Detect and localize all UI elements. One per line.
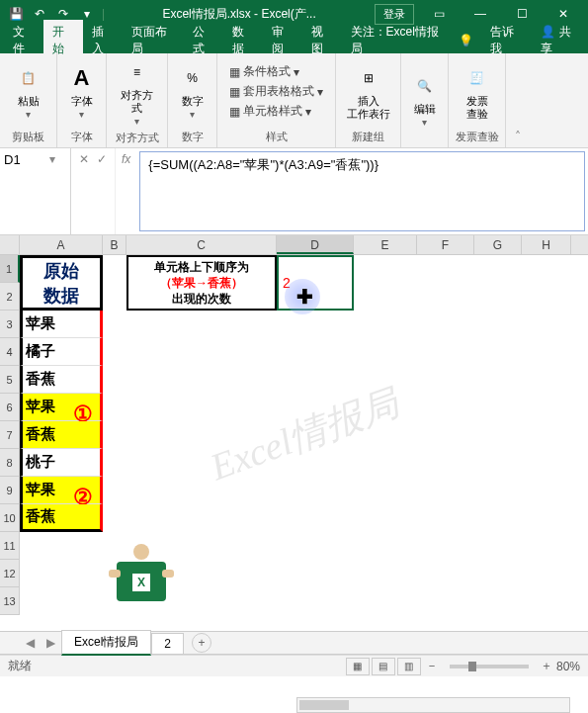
row-header-1[interactable]: 1 — [0, 255, 20, 283]
svg-rect-4 — [109, 570, 121, 578]
status-ready: 就绪 — [8, 658, 32, 674]
cell-A9[interactable]: 香蕉 — [20, 504, 103, 532]
row-header-7[interactable]: 7 — [0, 421, 20, 449]
cell-style-button[interactable]: ▦单元格样式 ▾ — [229, 103, 323, 120]
watermark: Excel情报局 — [204, 378, 405, 492]
cell-A3[interactable]: 橘子 — [20, 338, 103, 366]
col-header-H[interactable]: H — [522, 235, 571, 254]
table-format-button[interactable]: ▦套用表格格式 ▾ — [229, 83, 323, 100]
group-font: 字体 — [61, 128, 102, 147]
magnify-icon: 🔍 — [410, 71, 440, 101]
mascot-image: X — [107, 542, 176, 615]
cond-format-icon: ▦ — [229, 65, 240, 79]
view-break-icon[interactable]: ▥ — [397, 658, 421, 675]
row-header-6[interactable]: 6 — [0, 394, 20, 421]
sheet-tab-2[interactable]: 2 — [151, 633, 184, 654]
cell-A7[interactable]: 桃子 — [20, 449, 103, 477]
col-header-B[interactable]: B — [103, 235, 126, 254]
cell-A2[interactable]: 苹果 — [20, 311, 103, 338]
tab-nav-prev-icon[interactable]: ◀ — [26, 636, 35, 650]
cell-A6[interactable]: 香蕉 — [20, 421, 103, 449]
clipboard-icon: 📋 — [14, 63, 43, 93]
zoom-out-icon[interactable]: － — [426, 658, 438, 674]
col-header-A[interactable]: A — [20, 235, 103, 254]
font-icon: A — [67, 63, 97, 93]
svg-point-3 — [133, 544, 149, 560]
group-clipboard: 剪贴板 — [4, 128, 52, 147]
invoice-button[interactable]: 🧾发票 查验 — [457, 61, 498, 123]
edit-button[interactable]: 🔍编辑▾ — [404, 69, 446, 130]
col-header-E[interactable]: E — [354, 235, 417, 254]
cell-cursor-icon: ✚ — [296, 285, 313, 309]
fx-icon[interactable]: fx — [116, 148, 136, 234]
svg-text:X: X — [137, 576, 145, 589]
table-format-icon: ▦ — [229, 85, 240, 99]
insert-row-button[interactable]: ⊞插入 工作表行 — [341, 61, 396, 123]
horizontal-scrollbar[interactable] — [296, 697, 570, 713]
name-box[interactable]: ▾ — [0, 148, 71, 234]
row-header-2[interactable]: 2 — [0, 283, 20, 311]
col-header-D[interactable]: D — [277, 235, 354, 254]
row-header-13[interactable]: 13 — [0, 587, 20, 615]
cell-A4[interactable]: 香蕉 — [20, 366, 103, 394]
row-header-3[interactable]: 3 — [0, 311, 20, 338]
collapse-ribbon-icon[interactable]: ˄ — [506, 53, 530, 147]
group-number: 数字 — [172, 128, 212, 147]
font-button[interactable]: A字体▾ — [61, 61, 103, 122]
col-header-F[interactable]: F — [417, 235, 474, 254]
row-header-5[interactable]: 5 — [0, 366, 20, 394]
zoom-in-icon[interactable]: ＋ — [541, 658, 552, 674]
insert-row-icon: ⊞ — [354, 63, 383, 93]
group-styles: 样式 — [221, 128, 331, 147]
cell-D1[interactable]: 2 — [277, 255, 354, 311]
group-invoice: 发票查验 — [453, 128, 501, 147]
number-button[interactable]: %数字▾ — [172, 61, 213, 122]
col-header-C[interactable]: C — [126, 235, 277, 254]
share-button[interactable]: 👤 共享 — [532, 20, 588, 61]
view-normal-icon[interactable]: ▦ — [346, 658, 370, 675]
align-button[interactable]: ≡对齐方式▾ — [111, 55, 163, 129]
row-header-12[interactable]: 12 — [0, 560, 20, 587]
add-sheet-button[interactable]: + — [192, 633, 211, 653]
row-header-8[interactable]: 8 — [0, 449, 20, 477]
cell-style-icon: ▦ — [229, 105, 240, 119]
row-header-10[interactable]: 10 — [0, 504, 20, 532]
lightbulb-icon[interactable]: 💡 — [451, 34, 481, 47]
svg-rect-5 — [162, 570, 174, 578]
row-header-4[interactable]: 4 — [0, 338, 20, 366]
cancel-formula-icon[interactable]: ✕ — [79, 152, 89, 166]
group-align: 对齐方式 — [111, 129, 163, 148]
invoice-icon: 🧾 — [462, 63, 492, 93]
col-header-G[interactable]: G — [474, 235, 522, 254]
row-header-11[interactable]: 11 — [0, 532, 20, 560]
formula-bar[interactable]: {=SUM((A2:A8="苹果")*(A3:A9="香蕉"))} — [139, 151, 585, 231]
conditional-format-button[interactable]: ▦条件格式 ▾ — [229, 63, 323, 80]
zoom-level[interactable]: 80% — [556, 660, 580, 673]
header-original[interactable]: 原始 — [20, 255, 103, 283]
paste-button[interactable]: 📋粘贴▾ — [8, 61, 49, 122]
row-header-9[interactable]: 9 — [0, 477, 20, 504]
align-icon: ≡ — [123, 57, 152, 87]
cell-C1[interactable]: 单元格上下顺序为（苹果→香蕉）出现的次数 — [126, 255, 277, 311]
header-data[interactable]: 数据 — [20, 283, 103, 311]
accept-formula-icon[interactable]: ✓ — [97, 152, 107, 166]
tab-nav-next-icon[interactable]: ▶ — [46, 636, 55, 650]
sheet-tab-1[interactable]: Excel情报局 — [61, 630, 151, 656]
group-newgroup: 新建组 — [340, 128, 396, 147]
view-layout-icon[interactable]: ▤ — [372, 658, 395, 675]
percent-icon: % — [178, 63, 208, 93]
zoom-slider[interactable] — [450, 665, 529, 668]
